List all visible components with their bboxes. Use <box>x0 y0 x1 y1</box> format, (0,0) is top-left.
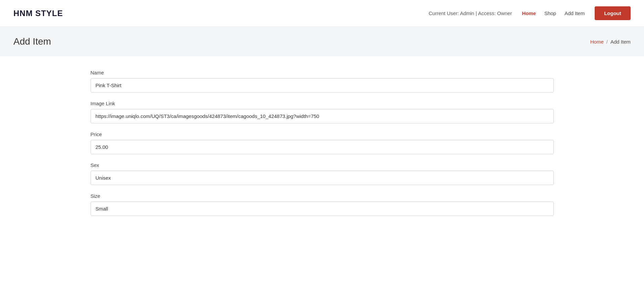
nav-link-home[interactable]: Home <box>522 10 536 16</box>
input-image-link[interactable] <box>91 109 554 123</box>
user-info: Current User: Admin | Access: Owner <box>429 10 512 16</box>
logout-button[interactable]: Logout <box>595 6 631 20</box>
form-group-price: Price <box>91 131 554 154</box>
add-item-form-container: Name Image Link Price Sex Size <box>77 56 567 237</box>
label-name: Name <box>91 70 554 75</box>
input-name[interactable] <box>91 78 554 93</box>
breadcrumb-separator: / <box>606 39 608 45</box>
nav-link-shop[interactable]: Shop <box>544 10 556 16</box>
label-size: Size <box>91 193 554 199</box>
brand-logo: HNM STYLE <box>13 9 63 18</box>
form-group-image-link: Image Link <box>91 101 554 123</box>
form-group-name: Name <box>91 70 554 93</box>
navbar: HNM STYLE Current User: Admin | Access: … <box>0 0 644 27</box>
page-header: Add Item Home / Add Item <box>0 27 644 56</box>
form-group-sex: Sex <box>91 162 554 185</box>
breadcrumb-current: Add Item <box>610 39 631 45</box>
label-price: Price <box>91 131 554 137</box>
input-size[interactable] <box>91 201 554 216</box>
label-sex: Sex <box>91 162 554 168</box>
nav-link-add-item[interactable]: Add Item <box>564 10 585 16</box>
breadcrumb: Home / Add Item <box>590 39 631 45</box>
form-group-size: Size <box>91 193 554 216</box>
input-price[interactable] <box>91 140 554 154</box>
page-title: Add Item <box>13 36 51 47</box>
label-image-link: Image Link <box>91 101 554 106</box>
navbar-right: Current User: Admin | Access: Owner Home… <box>429 6 631 20</box>
navbar-links: Home Shop Add Item <box>522 10 585 16</box>
input-sex[interactable] <box>91 171 554 185</box>
breadcrumb-home-link[interactable]: Home <box>590 39 604 45</box>
